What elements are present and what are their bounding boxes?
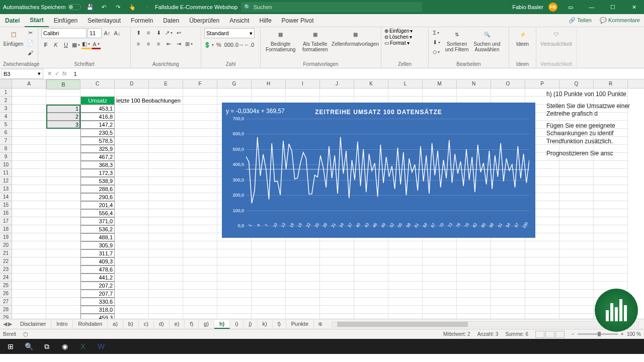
cell[interactable] — [46, 298, 80, 306]
cell[interactable]: 2 — [46, 113, 80, 121]
italic-icon[interactable]: K — [51, 40, 60, 49]
cell[interactable] — [149, 298, 183, 306]
cell[interactable] — [115, 217, 149, 225]
cell[interactable] — [149, 249, 183, 257]
cell[interactable] — [183, 249, 217, 257]
format-cells-button[interactable]: ▭ Format ▾ — [384, 40, 410, 46]
cell[interactable] — [183, 314, 217, 319]
cell[interactable] — [286, 282, 320, 290]
cell[interactable] — [491, 282, 525, 290]
cell[interactable] — [388, 306, 423, 314]
row-header[interactable]: 16 — [0, 209, 12, 217]
grid[interactable]: ABCDEFGHIJKLMNOPQR 12Umsatzletzte 100 Be… — [0, 79, 644, 319]
col-header-A[interactable]: A — [12, 79, 46, 88]
row-header[interactable]: 28 — [0, 306, 12, 314]
cell[interactable] — [252, 298, 286, 306]
cell[interactable] — [354, 257, 388, 265]
cell[interactable] — [46, 88, 80, 97]
cell[interactable] — [12, 249, 46, 257]
col-header-D[interactable]: D — [115, 79, 149, 88]
cell[interactable] — [115, 225, 149, 233]
sort-filter-button[interactable]: ⇅Sortieren und Filtern — [443, 28, 471, 52]
cell[interactable] — [115, 177, 149, 185]
cell[interactable] — [457, 298, 491, 306]
cell[interactable] — [354, 265, 388, 274]
cell[interactable] — [115, 241, 149, 249]
cell[interactable]: 3 — [46, 121, 80, 129]
col-header-O[interactable]: O — [491, 79, 525, 88]
cell[interactable]: 453,1 — [80, 105, 115, 113]
cell[interactable] — [388, 298, 423, 306]
sheet-tab[interactable]: l) — [273, 320, 286, 329]
cell[interactable] — [183, 274, 217, 282]
cell[interactable] — [149, 209, 183, 217]
fx-icon[interactable]: fx — [62, 70, 67, 77]
cell[interactable] — [320, 241, 354, 249]
cell-styles-button[interactable]: ▦Zellenformatvorlagen — [333, 28, 378, 47]
col-header-H[interactable]: H — [252, 79, 286, 88]
cell[interactable] — [46, 233, 80, 241]
cell[interactable] — [559, 298, 594, 306]
cell[interactable] — [115, 193, 149, 201]
col-header-K[interactable]: K — [354, 79, 388, 88]
cell[interactable] — [457, 249, 491, 257]
cell[interactable] — [457, 88, 491, 97]
cell[interactable] — [149, 137, 183, 145]
cell[interactable] — [115, 314, 149, 319]
cell[interactable] — [559, 217, 594, 225]
cell[interactable] — [183, 169, 217, 177]
cell[interactable] — [457, 265, 491, 274]
cell[interactable] — [183, 265, 217, 274]
cell[interactable] — [594, 169, 628, 177]
cell[interactable] — [12, 241, 46, 249]
cell[interactable] — [12, 298, 46, 306]
cell[interactable] — [354, 249, 388, 257]
cell[interactable] — [149, 177, 183, 185]
align-right-icon[interactable]: ≡ — [154, 39, 163, 48]
cell[interactable] — [46, 145, 80, 153]
col-header-I[interactable]: I — [286, 79, 320, 88]
cell[interactable] — [46, 306, 80, 314]
cell[interactable] — [217, 249, 252, 257]
cell[interactable] — [388, 314, 423, 319]
cell[interactable]: 578,5 — [80, 137, 115, 145]
autosum-icon[interactable]: Σ — [432, 28, 441, 37]
cell[interactable] — [149, 121, 183, 129]
cell[interactable] — [149, 201, 183, 209]
zoom-level[interactable]: 100 % — [627, 331, 641, 337]
cell[interactable] — [525, 241, 559, 249]
cell[interactable] — [491, 257, 525, 265]
redo-icon[interactable]: ↷ — [113, 2, 123, 12]
cell[interactable] — [559, 257, 594, 265]
cell[interactable] — [559, 209, 594, 217]
cell[interactable] — [594, 233, 628, 241]
sheet-next-icon[interactable]: ▶ — [8, 321, 12, 327]
percent-icon[interactable]: % — [214, 40, 223, 49]
cell[interactable] — [149, 290, 183, 298]
row-header[interactable]: 7 — [0, 137, 12, 145]
font-name-combo[interactable]: Calibri — [41, 28, 87, 38]
cell[interactable] — [423, 282, 457, 290]
cell[interactable]: 325,9 — [80, 145, 115, 153]
border-icon[interactable]: ▦ — [71, 40, 80, 49]
cell[interactable] — [388, 274, 423, 282]
merge-icon[interactable]: ⊞ — [184, 39, 193, 48]
cell[interactable] — [423, 306, 457, 314]
col-header-R[interactable]: R — [594, 79, 628, 88]
cell[interactable] — [457, 306, 491, 314]
cell[interactable]: 536,2 — [80, 225, 115, 233]
zoom-in-icon[interactable]: + — [621, 331, 624, 337]
formula-bar[interactable]: 1 — [71, 71, 644, 77]
cell[interactable]: 318,0 — [80, 306, 115, 314]
cell[interactable] — [115, 105, 149, 113]
tab-start[interactable]: Start — [25, 14, 48, 27]
cell[interactable] — [252, 314, 286, 319]
cell[interactable] — [183, 121, 217, 129]
cell[interactable] — [46, 137, 80, 145]
minimize-icon[interactable]: — — [584, 0, 600, 14]
cell[interactable] — [594, 249, 628, 257]
cell[interactable] — [12, 177, 46, 185]
cell[interactable] — [149, 161, 183, 169]
tab-powerpivot[interactable]: Power Pivot — [277, 14, 319, 27]
cell[interactable] — [149, 129, 183, 137]
